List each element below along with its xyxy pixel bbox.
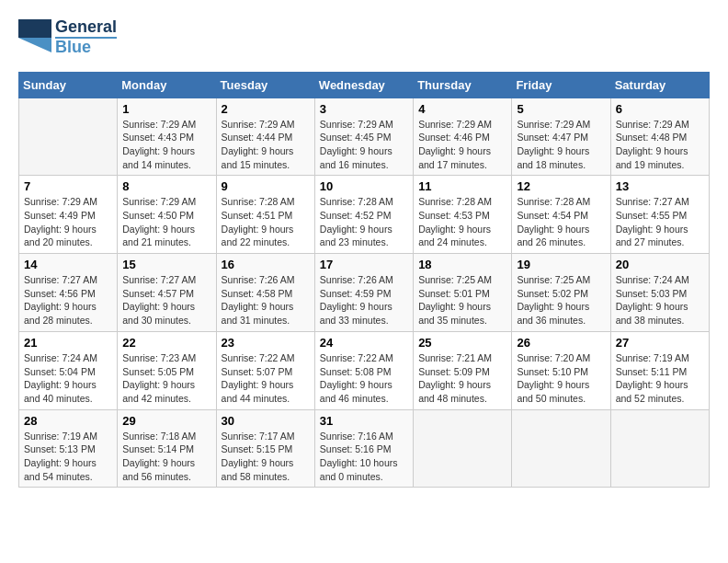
day-cell: 19Sunrise: 7:25 AMSunset: 5:02 PMDayligh… [512,254,610,332]
day-cell: 31Sunrise: 7:16 AMSunset: 5:16 PMDayligh… [314,409,413,488]
header-thursday: Thursday [414,72,512,98]
day-number: 24 [320,336,408,350]
day-number: 20 [616,258,704,271]
day-number: 21 [24,336,112,350]
day-number: 15 [122,258,210,271]
day-cell: 16Sunrise: 7:26 AMSunset: 4:58 PMDayligh… [216,254,314,332]
day-cell: 30Sunrise: 7:17 AMSunset: 5:15 PMDayligh… [216,409,314,488]
day-number: 12 [517,179,605,193]
day-cell: 28Sunrise: 7:19 AMSunset: 5:13 PMDayligh… [19,409,118,488]
day-cell: 4Sunrise: 7:29 AMSunset: 4:46 PMDaylight… [414,98,512,176]
day-cell: 5Sunrise: 7:29 AMSunset: 4:47 PMDaylight… [512,98,610,176]
day-number: 18 [418,258,506,271]
day-info: Sunrise: 7:26 AMSunset: 4:58 PMDaylight:… [222,273,310,327]
day-cell: 21Sunrise: 7:24 AMSunset: 5:04 PMDayligh… [19,331,118,409]
day-info: Sunrise: 7:22 AMSunset: 5:07 PMDaylight:… [222,351,310,406]
day-number: 11 [418,179,506,193]
day-info: Sunrise: 7:27 AMSunset: 4:56 PMDaylight:… [24,273,112,327]
logo-general: General [55,18,117,37]
day-info: Sunrise: 7:28 AMSunset: 4:54 PMDaylight:… [517,195,605,249]
day-cell: 12Sunrise: 7:28 AMSunset: 4:54 PMDayligh… [512,176,610,254]
page-header: General Blue [18,18,710,57]
day-number: 10 [320,179,408,193]
day-info: Sunrise: 7:28 AMSunset: 4:53 PMDaylight:… [418,195,506,249]
calendar-table: SundayMondayTuesdayWednesdayThursdayFrid… [18,72,710,488]
day-cell: 13Sunrise: 7:27 AMSunset: 4:55 PMDayligh… [610,176,709,254]
day-info: Sunrise: 7:27 AMSunset: 4:55 PMDaylight:… [616,195,704,249]
day-cell: 10Sunrise: 7:28 AMSunset: 4:52 PMDayligh… [314,176,413,254]
logo-icon [18,19,51,52]
day-cell [19,98,118,176]
day-info: Sunrise: 7:28 AMSunset: 4:51 PMDaylight:… [222,195,310,249]
day-number: 29 [122,414,210,428]
svg-marker-1 [18,38,51,52]
day-info: Sunrise: 7:24 AMSunset: 5:04 PMDaylight:… [24,351,112,406]
logo: General Blue [18,18,117,57]
header-friday: Friday [512,72,610,98]
day-number: 5 [517,102,605,116]
day-number: 6 [616,102,704,116]
day-number: 9 [222,179,310,193]
day-number: 1 [122,102,210,116]
day-number: 2 [222,102,310,116]
day-cell: 11Sunrise: 7:28 AMSunset: 4:53 PMDayligh… [414,176,512,254]
day-info: Sunrise: 7:23 AMSunset: 5:05 PMDaylight:… [122,351,210,406]
day-cell: 8Sunrise: 7:29 AMSunset: 4:50 PMDaylight… [118,176,216,254]
week-row-1: 7Sunrise: 7:29 AMSunset: 4:49 PMDaylight… [19,176,710,254]
day-info: Sunrise: 7:29 AMSunset: 4:44 PMDaylight:… [222,118,310,172]
header-tuesday: Tuesday [216,72,314,98]
day-info: Sunrise: 7:20 AMSunset: 5:10 PMDaylight:… [517,351,605,406]
header-wednesday: Wednesday [314,72,413,98]
week-row-0: 1Sunrise: 7:29 AMSunset: 4:43 PMDaylight… [19,98,710,176]
day-cell: 27Sunrise: 7:19 AMSunset: 5:11 PMDayligh… [610,331,709,409]
day-info: Sunrise: 7:19 AMSunset: 5:11 PMDaylight:… [616,351,704,406]
day-number: 31 [320,414,408,428]
day-cell: 29Sunrise: 7:18 AMSunset: 5:14 PMDayligh… [118,409,216,488]
day-info: Sunrise: 7:24 AMSunset: 5:03 PMDaylight:… [616,273,704,327]
day-number: 28 [24,414,112,428]
calendar-header: SundayMondayTuesdayWednesdayThursdayFrid… [19,72,710,98]
day-info: Sunrise: 7:26 AMSunset: 4:59 PMDaylight:… [320,273,408,327]
svg-rect-0 [18,19,51,38]
day-cell: 7Sunrise: 7:29 AMSunset: 4:49 PMDaylight… [19,176,118,254]
header-saturday: Saturday [610,72,709,98]
day-number: 8 [122,179,210,193]
day-info: Sunrise: 7:27 AMSunset: 4:57 PMDaylight:… [122,273,210,327]
day-info: Sunrise: 7:19 AMSunset: 5:13 PMDaylight:… [24,430,112,484]
day-cell: 6Sunrise: 7:29 AMSunset: 4:48 PMDaylight… [610,98,709,176]
day-cell: 15Sunrise: 7:27 AMSunset: 4:57 PMDayligh… [118,254,216,332]
day-cell: 1Sunrise: 7:29 AMSunset: 4:43 PMDaylight… [118,98,216,176]
day-number: 16 [222,258,310,271]
day-cell: 2Sunrise: 7:29 AMSunset: 4:44 PMDaylight… [216,98,314,176]
day-cell: 3Sunrise: 7:29 AMSunset: 4:45 PMDaylight… [314,98,413,176]
day-number: 26 [517,336,605,350]
day-cell: 24Sunrise: 7:22 AMSunset: 5:08 PMDayligh… [314,331,413,409]
day-info: Sunrise: 7:29 AMSunset: 4:46 PMDaylight:… [418,118,506,172]
day-info: Sunrise: 7:29 AMSunset: 4:50 PMDaylight:… [122,195,210,249]
header-row: SundayMondayTuesdayWednesdayThursdayFrid… [19,72,710,98]
day-info: Sunrise: 7:29 AMSunset: 4:43 PMDaylight:… [122,118,210,172]
day-number: 4 [418,102,506,116]
day-number: 22 [122,336,210,350]
week-row-2: 14Sunrise: 7:27 AMSunset: 4:56 PMDayligh… [19,254,710,332]
header-sunday: Sunday [19,72,118,98]
day-number: 7 [24,179,112,193]
day-cell: 26Sunrise: 7:20 AMSunset: 5:10 PMDayligh… [512,331,610,409]
day-number: 14 [24,258,112,271]
week-row-3: 21Sunrise: 7:24 AMSunset: 5:04 PMDayligh… [19,331,710,409]
day-info: Sunrise: 7:25 AMSunset: 5:02 PMDaylight:… [517,273,605,327]
day-info: Sunrise: 7:29 AMSunset: 4:49 PMDaylight:… [24,195,112,249]
day-number: 27 [616,336,704,350]
day-cell: 20Sunrise: 7:24 AMSunset: 5:03 PMDayligh… [610,254,709,332]
day-info: Sunrise: 7:21 AMSunset: 5:09 PMDaylight:… [418,351,506,406]
day-info: Sunrise: 7:29 AMSunset: 4:45 PMDaylight:… [320,118,408,172]
calendar-body: 1Sunrise: 7:29 AMSunset: 4:43 PMDaylight… [19,98,710,488]
day-cell [512,409,610,488]
day-info: Sunrise: 7:28 AMSunset: 4:52 PMDaylight:… [320,195,408,249]
day-info: Sunrise: 7:16 AMSunset: 5:16 PMDaylight:… [320,430,408,484]
day-cell: 14Sunrise: 7:27 AMSunset: 4:56 PMDayligh… [19,254,118,332]
header-monday: Monday [118,72,216,98]
day-number: 17 [320,258,408,271]
logo-blue: Blue [55,37,117,57]
day-info: Sunrise: 7:18 AMSunset: 5:14 PMDaylight:… [122,430,210,484]
